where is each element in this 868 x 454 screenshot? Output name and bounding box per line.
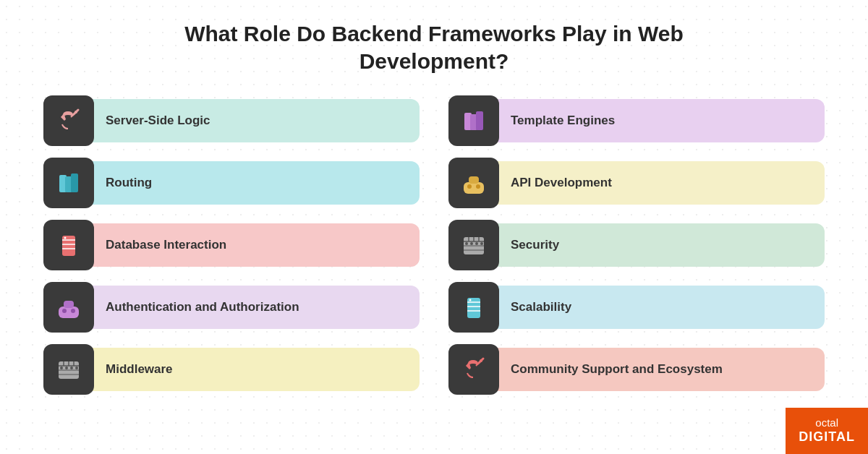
svg-point-12 xyxy=(476,184,480,189)
community-support-label: Community Support and Ecosystem xyxy=(495,348,825,391)
svg-point-45 xyxy=(60,367,63,369)
card-database-interaction: Database Interaction xyxy=(43,219,420,271)
svg-point-32 xyxy=(71,309,75,313)
card-template-engines: Template Engines xyxy=(448,95,825,147)
svg-point-25 xyxy=(465,242,468,245)
card-security: Security xyxy=(448,219,825,271)
database-interaction-icon xyxy=(43,220,94,270)
authentication-icon xyxy=(43,282,94,333)
card-server-side-logic: Server-Side Logic xyxy=(43,95,420,147)
card-api-development: API Development xyxy=(448,157,825,209)
page-wrapper: What Role Do Backend Frameworks Play in … xyxy=(0,0,868,454)
cards-grid: Server-Side Logic Template Engines Routi… xyxy=(43,95,825,395)
svg-rect-9 xyxy=(464,182,484,194)
card-scalability: Scalability xyxy=(448,281,825,333)
svg-rect-5 xyxy=(476,111,483,130)
svg-rect-33 xyxy=(467,298,480,318)
template-engines-label: Template Engines xyxy=(495,99,825,142)
server-side-logic-label: Server-Side Logic xyxy=(90,99,420,142)
security-label: Security xyxy=(495,223,825,267)
card-community-support: Community Support and Ecosystem xyxy=(448,343,825,395)
template-engines-icon xyxy=(448,95,499,146)
svg-point-27 xyxy=(475,242,478,245)
svg-point-26 xyxy=(470,242,473,245)
routing-label: Routing xyxy=(90,161,420,205)
database-interaction-label: Database Interaction xyxy=(90,223,420,267)
svg-point-46 xyxy=(65,367,68,369)
page-title: What Role Do Backend Frameworks Play in … xyxy=(43,20,825,74)
svg-point-31 xyxy=(62,309,67,313)
svg-point-37 xyxy=(469,299,472,301)
security-icon xyxy=(448,220,499,270)
svg-point-2 xyxy=(75,111,77,113)
svg-rect-8 xyxy=(71,174,78,192)
card-middleware: Middleware xyxy=(43,343,420,395)
api-development-icon xyxy=(448,158,499,208)
svg-rect-29 xyxy=(59,307,79,318)
community-support-icon xyxy=(448,344,499,395)
svg-point-48 xyxy=(75,367,78,369)
svg-point-28 xyxy=(480,242,483,245)
svg-point-11 xyxy=(467,184,472,189)
svg-rect-10 xyxy=(469,176,479,184)
svg-point-51 xyxy=(480,359,482,362)
card-authentication: Authentication and Authorization xyxy=(43,281,420,333)
server-side-logic-icon xyxy=(43,95,94,146)
authentication-label: Authentication and Authorization xyxy=(90,286,420,329)
svg-point-47 xyxy=(70,367,73,369)
routing-icon xyxy=(43,158,94,208)
middleware-label: Middleware xyxy=(90,348,420,391)
svg-rect-30 xyxy=(64,301,74,308)
scalability-icon xyxy=(448,282,499,333)
card-routing: Routing xyxy=(43,157,420,209)
api-development-label: API Development xyxy=(495,161,825,205)
svg-point-17 xyxy=(64,237,67,239)
middleware-icon xyxy=(43,344,94,395)
scalability-label: Scalability xyxy=(495,286,825,329)
svg-rect-13 xyxy=(62,236,75,256)
